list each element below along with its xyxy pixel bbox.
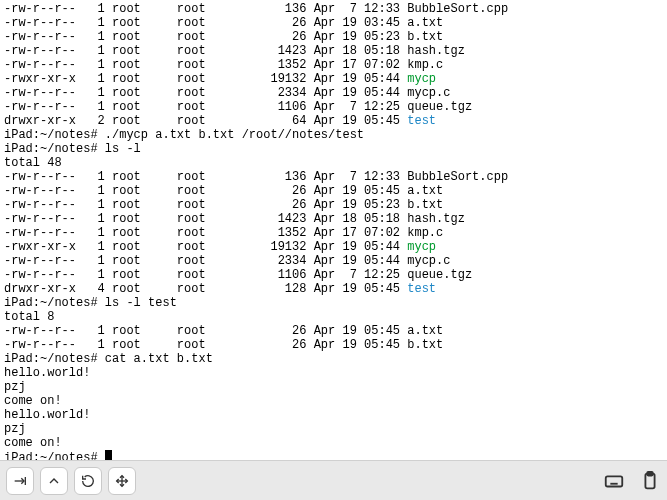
cat-output-line: pzj [4, 422, 663, 436]
keyboard-toolbar [0, 460, 667, 500]
ls-row: -rw-r--r-- 1 root root 1106 Apr 7 12:25 … [4, 100, 663, 114]
keyboard-icon[interactable] [603, 470, 625, 492]
ls-row: -rwxr-xr-x 1 root root 19132 Apr 19 05:4… [4, 240, 663, 254]
prompt-current[interactable]: iPad:~/notes# [4, 450, 663, 460]
cursor [105, 450, 112, 460]
ls-total: total 48 [4, 156, 663, 170]
cat-output-line: pzj [4, 380, 663, 394]
ls-row: -rw-r--r-- 1 root root 136 Apr 7 12:33 B… [4, 170, 663, 184]
ls-row: -rw-r--r-- 1 root root 26 Apr 19 05:23 b… [4, 198, 663, 212]
prompt-line: iPad:~/notes# cat a.txt b.txt [4, 352, 663, 366]
ls-row: -rw-r--r-- 1 root root 1106 Apr 7 12:25 … [4, 268, 663, 282]
ls-row: -rw-r--r-- 1 root root 2334 Apr 19 05:44… [4, 86, 663, 100]
history-button[interactable] [74, 467, 102, 495]
ls-row: -rw-r--r-- 1 root root 136 Apr 7 12:33 B… [4, 2, 663, 16]
svg-rect-10 [647, 471, 653, 475]
ls-row: -rw-r--r-- 1 root root 26 Apr 19 05:45 a… [4, 324, 663, 338]
cat-output-line: come on! [4, 436, 663, 450]
cat-output-line: hello.world! [4, 408, 663, 422]
ls-total: total 8 [4, 310, 663, 324]
clipboard-icon[interactable] [639, 470, 661, 492]
prompt-line: iPad:~/notes# ls -l test [4, 296, 663, 310]
cat-output-line: hello.world! [4, 366, 663, 380]
prompt-line: iPad:~/notes# ls -l [4, 142, 663, 156]
ls-row: -rw-r--r-- 1 root root 1352 Apr 17 07:02… [4, 58, 663, 72]
tab-key-button[interactable] [6, 467, 34, 495]
ls-row: -rw-r--r-- 1 root root 1352 Apr 17 07:02… [4, 226, 663, 240]
ls-row: drwxr-xr-x 4 root root 128 Apr 19 05:45 … [4, 282, 663, 296]
ls-row: -rw-r--r-- 1 root root 1423 Apr 18 05:18… [4, 44, 663, 58]
ls-row: -rw-r--r-- 1 root root 2334 Apr 19 05:44… [4, 254, 663, 268]
ls-row: -rw-r--r-- 1 root root 26 Apr 19 05:45 b… [4, 338, 663, 352]
ls-row: -rw-r--r-- 1 root root 26 Apr 19 05:45 a… [4, 184, 663, 198]
ls-row: -rwxr-xr-x 1 root root 19132 Apr 19 05:4… [4, 72, 663, 86]
terminal-output[interactable]: -rw-r--r-- 1 root root 136 Apr 7 12:33 B… [0, 0, 667, 460]
ls-row: -rw-r--r-- 1 root root 26 Apr 19 03:45 a… [4, 16, 663, 30]
ctrl-key-button[interactable] [40, 467, 68, 495]
cat-output-line: come on! [4, 394, 663, 408]
svg-rect-4 [606, 476, 623, 486]
ls-row: -rw-r--r-- 1 root root 1423 Apr 18 05:18… [4, 212, 663, 226]
ls-row: -rw-r--r-- 1 root root 26 Apr 19 05:23 b… [4, 30, 663, 44]
prompt-line: iPad:~/notes# ./mycp a.txt b.txt /root//… [4, 128, 663, 142]
ls-row: drwxr-xr-x 2 root root 64 Apr 19 05:45 t… [4, 114, 663, 128]
arrows-key-button[interactable] [108, 467, 136, 495]
